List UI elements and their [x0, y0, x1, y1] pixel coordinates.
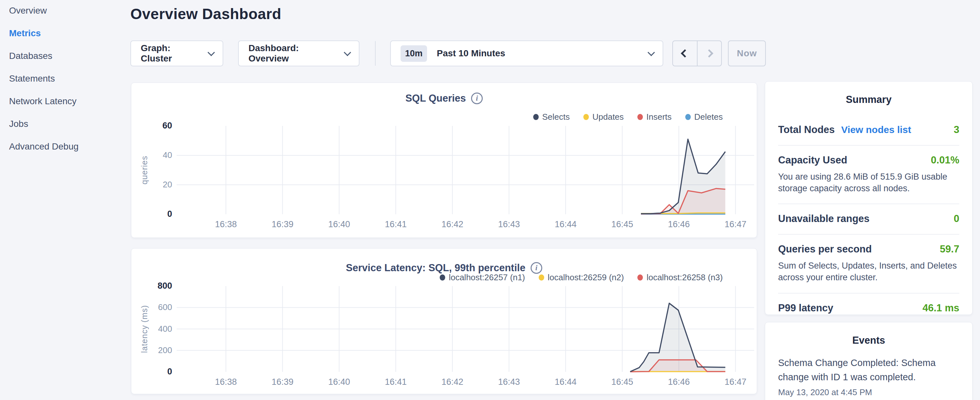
summary-row-label: Unavailable ranges [778, 213, 870, 225]
chart-legend: localhost:26257 (n1)localhost:26259 (n2)… [440, 272, 723, 283]
legend-dot-icon [637, 114, 643, 120]
chart-plot-area[interactable] [177, 126, 754, 215]
sidebar: OverviewMetricsDatabasesStatementsNetwor… [9, 0, 119, 158]
x-axis-tick: 16:45 [600, 377, 645, 387]
legend-item: Inserts [637, 112, 672, 122]
chart-title: SQL Queries [406, 92, 466, 104]
legend-label: localhost:26259 (n2) [548, 273, 624, 282]
summary-row: P99 latency46.1 ms [778, 293, 959, 323]
graph-dropdown-label: Graph: Cluster [141, 43, 200, 64]
y-axis-tick: 60 [141, 121, 172, 131]
x-axis-tick: 16:40 [317, 220, 362, 229]
time-step-forward-button[interactable] [697, 41, 721, 66]
x-axis-tick: 16:41 [373, 377, 418, 387]
x-axis-tick: 16:43 [486, 377, 531, 387]
legend-item: localhost:26259 (n2) [539, 273, 624, 282]
sidebar-item-jobs[interactable]: Jobs [9, 113, 119, 135]
x-axis-tick: 16:46 [656, 377, 702, 387]
summary-row-label: P99 latency [778, 302, 834, 314]
time-step-back-button[interactable] [673, 41, 697, 66]
page-title: Overview Dashboard [130, 5, 282, 23]
sidebar-item-overview[interactable]: Overview [9, 0, 119, 22]
dashboard-dropdown-label: Dashboard: Overview [248, 43, 336, 64]
legend-label: localhost:26258 (n3) [646, 273, 723, 282]
graph-dropdown[interactable]: Graph: Cluster [130, 40, 223, 66]
events-panel: Events Schema Change Completed: Schema c… [765, 322, 972, 400]
x-axis-tick: 16:42 [430, 220, 475, 229]
summary-row-value: 0 [954, 213, 959, 225]
legend-dot-icon [533, 114, 539, 120]
x-axis-tick: 16:45 [600, 220, 645, 229]
summary-row-label: Total Nodes [778, 124, 835, 135]
event-timestamp: May 13, 2020 at 4:45 PM [778, 387, 959, 397]
x-axis-tick: 16:47 [713, 220, 758, 229]
toolbar-divider [375, 41, 375, 66]
y-axis-tick: 800 [141, 281, 172, 291]
legend-dot-icon [637, 274, 643, 280]
summary-heading: Summary [765, 94, 972, 105]
summary-row-description: Sum of Selects, Updates, Inserts, and De… [778, 260, 959, 283]
sql-queries-chart-panel: SQL QueriesiSelectsUpdatesInsertsDeletes… [131, 83, 757, 238]
chevron-down-icon [648, 49, 655, 56]
legend-label: Inserts [646, 112, 672, 122]
chevron-left-icon [681, 49, 689, 57]
y-axis-tick: 0 [141, 367, 172, 377]
x-axis-tick: 16:39 [260, 377, 305, 387]
x-axis-tick: 16:38 [203, 377, 248, 387]
x-axis-tick: 16:44 [543, 220, 588, 229]
legend-dot-icon [440, 274, 445, 280]
summary-row-label: Capacity Used [778, 155, 847, 166]
legend-dot-icon [685, 114, 691, 120]
legend-item: localhost:26258 (n3) [637, 273, 723, 282]
legend-label: localhost:26257 (n1) [449, 273, 525, 282]
summary-row-description: You are using 28.6 MiB of 515.9 GiB usab… [778, 171, 959, 194]
legend-label: Deletes [694, 112, 723, 122]
chart-legend: SelectsUpdatesInsertsDeletes [533, 112, 723, 122]
y-axis-label: queries [140, 137, 149, 202]
summary-row-value: 3 [954, 124, 959, 135]
summary-row-value: 59.7 [940, 243, 959, 255]
time-window-dropdown[interactable]: 10m Past 10 Minutes [390, 40, 663, 66]
event-text: Schema Change Completed: Schema change w… [778, 356, 959, 384]
summary-panel: Summary Total NodesView nodes list3Capac… [765, 81, 972, 315]
dashboard-dropdown[interactable]: Dashboard: Overview [238, 40, 360, 66]
events-heading: Events [765, 335, 972, 346]
x-axis-tick: 16:42 [430, 377, 475, 387]
chevron-right-icon [705, 49, 713, 57]
view-nodes-list-link[interactable]: View nodes list [841, 124, 911, 135]
x-axis-tick: 16:39 [260, 220, 305, 229]
chart-plot-area[interactable] [177, 286, 754, 373]
legend-label: Selects [542, 112, 570, 122]
legend-dot-icon [583, 114, 589, 120]
legend-item: Selects [533, 112, 570, 122]
x-axis-tick: 16:43 [486, 220, 531, 229]
summary-row: Total NodesView nodes list3 [778, 115, 959, 146]
summary-row: Queries per second59.7Sum of Selects, Up… [778, 234, 959, 293]
time-window-label: Past 10 Minutes [437, 48, 505, 59]
sidebar-item-statements[interactable]: Statements [9, 67, 119, 90]
legend-item: localhost:26257 (n1) [440, 273, 525, 282]
summary-row-value: 46.1 ms [923, 302, 959, 314]
chevron-down-icon [208, 49, 215, 56]
x-axis-tick: 16:47 [713, 377, 758, 387]
now-button[interactable]: Now [728, 40, 766, 66]
event-item: Schema Change Completed: Schema change w… [778, 356, 959, 397]
x-axis-tick: 16:44 [543, 377, 588, 387]
legend-dot-icon [539, 274, 544, 280]
info-icon[interactable]: i [471, 92, 483, 104]
sidebar-item-network-latency[interactable]: Network Latency [9, 90, 119, 113]
x-axis-tick: 16:38 [203, 220, 248, 229]
sidebar-item-metrics[interactable]: Metrics [9, 22, 119, 45]
sidebar-item-databases[interactable]: Databases [9, 45, 119, 67]
legend-item: Deletes [685, 112, 723, 122]
y-axis-label: latency (ms) [140, 296, 149, 361]
x-axis-tick: 16:40 [317, 377, 362, 387]
summary-row-label: Queries per second [778, 243, 872, 255]
sidebar-item-advanced-debug[interactable]: Advanced Debug [9, 135, 119, 158]
x-axis-tick: 16:46 [656, 220, 702, 229]
y-axis-tick: 0 [141, 209, 172, 219]
chevron-down-icon [344, 49, 352, 56]
service-latency-chart-panel: Service Latency: SQL, 99th percentileilo… [131, 248, 757, 394]
summary-row: Capacity Used0.01%You are using 28.6 MiB… [778, 146, 959, 204]
summary-row: Unavailable ranges0 [778, 204, 959, 234]
